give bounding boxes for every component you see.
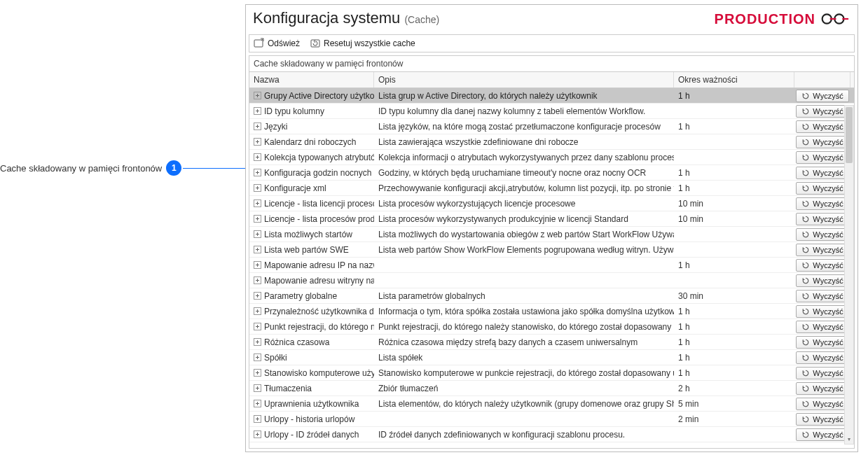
table-row[interactable]: JęzykiLista języków, na które mogą zosta… (249, 119, 854, 134)
expand-icon[interactable] (254, 184, 261, 192)
expand-icon[interactable] (254, 230, 261, 238)
table-row[interactable]: Konfiguracja godzin nocnychGodziny, w kt… (249, 165, 854, 181)
clear-button[interactable]: Wyczyść (796, 398, 849, 410)
table-row[interactable]: Kalendarz dni roboczychLista zawierająca… (249, 134, 854, 150)
clear-button-label: Wyczyść (813, 184, 843, 192)
clear-button[interactable]: Wyczyść (796, 413, 849, 426)
cell-name: Punkt rejestracji, do którego n.. (249, 322, 374, 332)
clear-button[interactable]: Wyczyść (796, 90, 849, 102)
clear-button[interactable]: Wyczyść (796, 197, 849, 210)
clear-button[interactable]: Wyczyść (796, 213, 849, 225)
expand-icon[interactable] (254, 384, 261, 392)
expand-icon[interactable] (254, 307, 261, 315)
cell-name: ID typu kolumny (249, 106, 374, 116)
clear-button[interactable]: Wyczyść (796, 151, 849, 164)
table-row[interactable]: Konfiguracje xmlPrzechowywanie konfigura… (249, 181, 854, 196)
cell-name-text: Różnica czasowa (264, 337, 329, 347)
table-row[interactable]: Parametry globalneLista parametrów globa… (249, 288, 854, 304)
table-row[interactable]: Różnica czasowaRóżnica czasowa między st… (249, 335, 854, 350)
clear-button[interactable]: Wyczyść (796, 336, 849, 349)
expand-icon[interactable] (254, 246, 261, 253)
clear-button[interactable]: Wyczyść (796, 274, 849, 287)
scrollbar-thumb[interactable] (846, 107, 853, 163)
table-row[interactable]: Licencje - lista procesów produ..Lista p… (249, 211, 854, 227)
expand-icon[interactable] (254, 338, 261, 346)
table-row[interactable]: Grupy Active Directory użytko..Lista gru… (249, 88, 854, 104)
cell-name-text: Licencje - lista procesów produ.. (264, 214, 374, 224)
expand-icon[interactable] (254, 292, 261, 300)
clear-button[interactable]: Wyczyść (796, 351, 849, 364)
cell-validity: 2 h (674, 384, 794, 393)
clear-button[interactable]: Wyczyść (796, 167, 849, 179)
table-row[interactable]: Mapowanie adresu IP na nazw..1 hWyczyść (249, 258, 854, 273)
cell-name-text: Konfiguracje xml (264, 183, 326, 193)
table-row[interactable]: Urlopy - ID źródeł danychID źródeł danyc… (249, 427, 854, 442)
expand-icon[interactable] (254, 169, 261, 176)
clear-button[interactable]: Wyczyść (796, 136, 849, 148)
clear-button[interactable]: Wyczyść (796, 382, 849, 395)
clear-button-label: Wyczyść (813, 415, 843, 424)
callout-annotation: Cache składowany w pamięci frontonów 1 (0, 160, 245, 176)
table-row[interactable]: Stanowisko komputerowe użyt..Stanowisko … (249, 365, 854, 381)
table-row[interactable]: SpółkiLista spółek1 hWyczyść (249, 350, 854, 365)
expand-icon[interactable] (254, 153, 261, 161)
expand-icon[interactable] (254, 276, 261, 284)
clear-button[interactable]: Wyczyść (796, 290, 849, 302)
clear-button[interactable]: Wyczyść (796, 244, 849, 256)
grid-body[interactable]: Grupy Active Directory użytko..Lista gru… (249, 88, 854, 448)
clear-button[interactable]: Wyczyść (796, 228, 849, 241)
clear-button[interactable]: Wyczyść (796, 259, 849, 272)
expand-icon[interactable] (254, 200, 261, 207)
refresh-button[interactable]: Odśwież (254, 38, 300, 49)
expand-icon[interactable] (254, 369, 261, 377)
table-row[interactable]: TłumaczeniaZbiór tłumaczeń2 hWyczyść (249, 381, 854, 396)
clear-button[interactable]: Wyczyść (796, 182, 849, 195)
table-row[interactable]: Przynależność użytkownika do ..Informacj… (249, 304, 854, 319)
cell-name-text: Uprawnienia użytkownika (264, 399, 359, 409)
vertical-scrollbar[interactable]: ▾ (844, 105, 854, 444)
cell-name: Licencje - lista licencji proceso.. (249, 199, 374, 209)
cell-desc: Przechowywanie konfiguracji akcji,atrybu… (374, 183, 674, 193)
expand-icon[interactable] (254, 415, 261, 423)
table-row[interactable]: Lista web partów SWELista web partów Sho… (249, 242, 854, 258)
table-row[interactable]: Punkt rejestracji, do którego n..Punkt r… (249, 319, 854, 335)
table-row[interactable]: Mapowanie adresu witryny na ..Wyczyść (249, 273, 854, 288)
table-row[interactable]: Lista możliwych startówLista możliwych d… (249, 227, 854, 242)
clear-button[interactable]: Wyczyść (796, 367, 849, 379)
recycle-icon (801, 384, 810, 393)
col-header-validity[interactable]: Okres ważności (674, 72, 794, 88)
expand-icon[interactable] (254, 354, 261, 361)
cell-name-text: Urlopy - ID źródeł danych (264, 430, 359, 440)
cell-desc: Kolekcja informacji o atrybutach wykorzy… (374, 153, 674, 162)
expand-icon[interactable] (254, 215, 261, 223)
clear-button-label: Wyczyść (813, 138, 843, 146)
table-row[interactable]: Licencje - lista licencji proceso..Lista… (249, 196, 854, 211)
expand-icon[interactable] (254, 261, 261, 269)
cell-name-text: Lista możliwych startów (264, 230, 352, 239)
expand-icon[interactable] (254, 138, 261, 146)
cell-name-text: Grupy Active Directory użytko.. (264, 91, 374, 101)
clear-button[interactable]: Wyczyść (796, 321, 849, 333)
cell-name: Kolekcja typowanych atrybutów (249, 153, 374, 162)
expand-icon[interactable] (254, 122, 261, 130)
table-row[interactable]: Uprawnienia użytkownikaLista elementów, … (249, 396, 854, 412)
table-row[interactable]: Urlopy - historia urlopów2 minWyczyść (249, 412, 854, 427)
expand-icon[interactable] (254, 107, 261, 115)
clear-button[interactable]: Wyczyść (796, 105, 849, 118)
recycle-icon (801, 400, 810, 408)
clear-button[interactable]: Wyczyść (796, 120, 849, 133)
expand-icon[interactable] (254, 400, 261, 407)
clear-button[interactable]: Wyczyść (796, 305, 849, 318)
expand-icon[interactable] (254, 430, 261, 438)
reset-all-button[interactable]: Resetuj wszystkie cache (310, 38, 415, 49)
cell-action: Wyczyść (794, 382, 850, 395)
cell-validity: 1 h (674, 122, 794, 132)
clear-button[interactable]: Wyczyść (796, 428, 849, 441)
scrollbar-down-arrow[interactable]: ▾ (845, 434, 853, 444)
expand-icon[interactable] (254, 323, 261, 330)
col-header-desc[interactable]: Opis (374, 72, 674, 88)
table-row[interactable]: ID typu kolumnyID typu kolumny dla danej… (249, 104, 854, 119)
table-row[interactable]: Kolekcja typowanych atrybutówKolekcja in… (249, 150, 854, 165)
col-header-name[interactable]: Nazwa (249, 72, 374, 88)
expand-icon[interactable] (254, 92, 261, 99)
